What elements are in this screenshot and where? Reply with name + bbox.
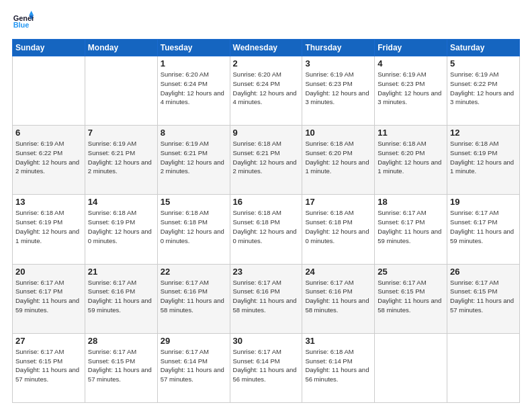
svg-marker-2: [29, 11, 34, 15]
day-number: 24: [305, 267, 371, 277]
day-cell: [85, 56, 157, 126]
day-info: Sunrise: 6:20 AM Sunset: 6:24 PM Dayligh…: [233, 70, 300, 107]
day-info: Sunrise: 6:18 AM Sunset: 6:20 PM Dayligh…: [305, 139, 371, 176]
day-number: 27: [15, 336, 82, 346]
weekday-monday: Monday: [85, 40, 157, 56]
day-number: 19: [450, 197, 517, 207]
weekday-thursday: Thursday: [302, 40, 375, 56]
day-cell: 13Sunrise: 6:18 AM Sunset: 6:19 PM Dayli…: [13, 195, 85, 264]
page: General Blue SundayMondayTuesdayWednesda…: [0, 0, 532, 411]
day-number: 18: [378, 197, 444, 207]
day-number: 3: [305, 58, 371, 68]
day-number: 7: [88, 128, 154, 138]
day-cell: [447, 333, 520, 402]
day-info: Sunrise: 6:17 AM Sunset: 6:15 PM Dayligh…: [88, 347, 154, 384]
day-cell: 20Sunrise: 6:17 AM Sunset: 6:17 PM Dayli…: [13, 264, 85, 333]
day-number: 4: [378, 58, 444, 68]
day-info: Sunrise: 6:18 AM Sunset: 6:19 PM Dayligh…: [450, 139, 517, 176]
day-number: 1: [161, 58, 227, 68]
day-cell: 8Sunrise: 6:19 AM Sunset: 6:21 PM Daylig…: [157, 126, 230, 195]
day-cell: 15Sunrise: 6:18 AM Sunset: 6:18 PM Dayli…: [157, 195, 230, 264]
day-info: Sunrise: 6:17 AM Sunset: 6:17 PM Dayligh…: [378, 208, 444, 245]
day-info: Sunrise: 6:17 AM Sunset: 6:16 PM Dayligh…: [161, 278, 227, 315]
day-info: Sunrise: 6:17 AM Sunset: 6:16 PM Dayligh…: [305, 278, 371, 315]
day-cell: 21Sunrise: 6:17 AM Sunset: 6:16 PM Dayli…: [85, 264, 157, 333]
day-cell: 9Sunrise: 6:18 AM Sunset: 6:21 PM Daylig…: [230, 126, 302, 195]
day-number: 15: [161, 197, 227, 207]
day-number: 23: [233, 267, 300, 277]
day-info: Sunrise: 6:19 AM Sunset: 6:22 PM Dayligh…: [450, 70, 517, 107]
day-cell: 26Sunrise: 6:17 AM Sunset: 6:15 PM Dayli…: [447, 264, 520, 333]
day-number: 10: [305, 128, 371, 138]
day-cell: 7Sunrise: 6:19 AM Sunset: 6:21 PM Daylig…: [85, 126, 157, 195]
day-info: Sunrise: 6:18 AM Sunset: 6:21 PM Dayligh…: [233, 139, 300, 176]
calendar-table: SundayMondayTuesdayWednesdayThursdayFrid…: [12, 39, 520, 403]
day-info: Sunrise: 6:18 AM Sunset: 6:18 PM Dayligh…: [161, 208, 227, 245]
day-info: Sunrise: 6:17 AM Sunset: 6:17 PM Dayligh…: [450, 208, 517, 245]
svg-text:Blue: Blue: [13, 21, 30, 29]
day-info: Sunrise: 6:17 AM Sunset: 6:16 PM Dayligh…: [233, 278, 300, 315]
day-cell: 17Sunrise: 6:18 AM Sunset: 6:18 PM Dayli…: [302, 195, 375, 264]
day-info: Sunrise: 6:18 AM Sunset: 6:19 PM Dayligh…: [88, 208, 154, 245]
day-info: Sunrise: 6:19 AM Sunset: 6:21 PM Dayligh…: [88, 139, 154, 176]
day-cell: 3Sunrise: 6:19 AM Sunset: 6:23 PM Daylig…: [302, 56, 375, 126]
day-number: 17: [305, 197, 371, 207]
day-number: 21: [88, 267, 154, 277]
day-number: 8: [161, 128, 227, 138]
day-cell: 10Sunrise: 6:18 AM Sunset: 6:20 PM Dayli…: [302, 126, 375, 195]
day-info: Sunrise: 6:19 AM Sunset: 6:22 PM Dayligh…: [15, 139, 82, 176]
day-cell: 28Sunrise: 6:17 AM Sunset: 6:15 PM Dayli…: [85, 333, 157, 402]
day-cell: 14Sunrise: 6:18 AM Sunset: 6:19 PM Dayli…: [85, 195, 157, 264]
day-number: 11: [378, 128, 444, 138]
day-cell: 31Sunrise: 6:18 AM Sunset: 6:14 PM Dayli…: [302, 333, 375, 402]
weekday-tuesday: Tuesday: [157, 40, 230, 56]
weekday-header-row: SundayMondayTuesdayWednesdayThursdayFrid…: [13, 40, 520, 56]
day-info: Sunrise: 6:19 AM Sunset: 6:23 PM Dayligh…: [305, 70, 371, 107]
day-cell: 19Sunrise: 6:17 AM Sunset: 6:17 PM Dayli…: [447, 195, 520, 264]
week-row-2: 6Sunrise: 6:19 AM Sunset: 6:22 PM Daylig…: [13, 126, 520, 195]
day-cell: 6Sunrise: 6:19 AM Sunset: 6:22 PM Daylig…: [13, 126, 85, 195]
day-info: Sunrise: 6:17 AM Sunset: 6:15 PM Dayligh…: [15, 347, 82, 384]
day-number: 25: [378, 267, 444, 277]
day-number: 16: [233, 197, 300, 207]
day-info: Sunrise: 6:18 AM Sunset: 6:19 PM Dayligh…: [15, 208, 82, 245]
weekday-sunday: Sunday: [13, 40, 85, 56]
header: General Blue: [12, 11, 520, 32]
day-cell: 16Sunrise: 6:18 AM Sunset: 6:18 PM Dayli…: [230, 195, 302, 264]
day-cell: 23Sunrise: 6:17 AM Sunset: 6:16 PM Dayli…: [230, 264, 302, 333]
day-cell: 27Sunrise: 6:17 AM Sunset: 6:15 PM Dayli…: [13, 333, 85, 402]
day-cell: 5Sunrise: 6:19 AM Sunset: 6:22 PM Daylig…: [447, 56, 520, 126]
day-number: 2: [233, 58, 300, 68]
day-info: Sunrise: 6:20 AM Sunset: 6:24 PM Dayligh…: [161, 70, 227, 107]
day-cell: 24Sunrise: 6:17 AM Sunset: 6:16 PM Dayli…: [302, 264, 375, 333]
day-number: 13: [15, 197, 82, 207]
day-number: 31: [305, 336, 371, 346]
day-info: Sunrise: 6:17 AM Sunset: 6:17 PM Dayligh…: [15, 278, 82, 315]
week-row-3: 13Sunrise: 6:18 AM Sunset: 6:19 PM Dayli…: [13, 195, 520, 264]
day-number: 30: [233, 336, 300, 346]
day-cell: 25Sunrise: 6:17 AM Sunset: 6:15 PM Dayli…: [375, 264, 447, 333]
day-number: 6: [15, 128, 82, 138]
day-info: Sunrise: 6:17 AM Sunset: 6:15 PM Dayligh…: [450, 278, 517, 315]
weekday-wednesday: Wednesday: [230, 40, 302, 56]
day-info: Sunrise: 6:17 AM Sunset: 6:15 PM Dayligh…: [378, 278, 444, 315]
day-number: 22: [161, 267, 227, 277]
day-number: 5: [450, 58, 517, 68]
weekday-friday: Friday: [375, 40, 447, 56]
day-number: 14: [88, 197, 154, 207]
day-cell: 1Sunrise: 6:20 AM Sunset: 6:24 PM Daylig…: [157, 56, 230, 126]
day-cell: 11Sunrise: 6:18 AM Sunset: 6:20 PM Dayli…: [375, 126, 447, 195]
weekday-saturday: Saturday: [447, 40, 520, 56]
day-info: Sunrise: 6:19 AM Sunset: 6:21 PM Dayligh…: [161, 139, 227, 176]
day-number: 12: [450, 128, 517, 138]
day-cell: 4Sunrise: 6:19 AM Sunset: 6:23 PM Daylig…: [375, 56, 447, 126]
day-number: 28: [88, 336, 154, 346]
day-info: Sunrise: 6:17 AM Sunset: 6:16 PM Dayligh…: [88, 278, 154, 315]
day-info: Sunrise: 6:18 AM Sunset: 6:18 PM Dayligh…: [233, 208, 300, 245]
day-info: Sunrise: 6:19 AM Sunset: 6:23 PM Dayligh…: [378, 70, 444, 107]
week-row-4: 20Sunrise: 6:17 AM Sunset: 6:17 PM Dayli…: [13, 264, 520, 333]
day-cell: 2Sunrise: 6:20 AM Sunset: 6:24 PM Daylig…: [230, 56, 302, 126]
day-cell: [375, 333, 447, 402]
day-cell: 22Sunrise: 6:17 AM Sunset: 6:16 PM Dayli…: [157, 264, 230, 333]
week-row-1: 1Sunrise: 6:20 AM Sunset: 6:24 PM Daylig…: [13, 56, 520, 126]
